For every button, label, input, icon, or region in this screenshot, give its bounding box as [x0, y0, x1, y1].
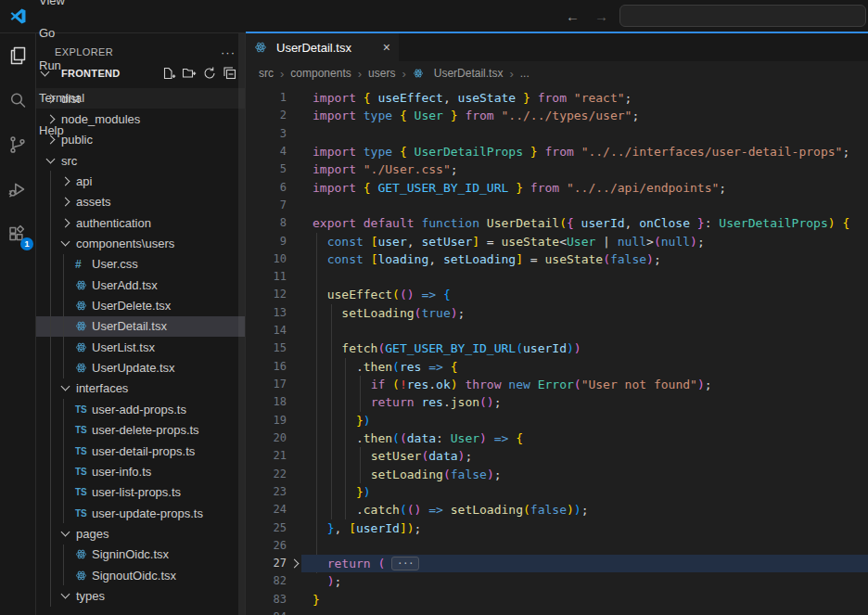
line-number: 1	[246, 89, 287, 107]
tree-folder-api[interactable]: api	[36, 171, 245, 191]
tree-folder-authentication[interactable]: authentication	[36, 212, 245, 233]
tree-item-label: assets	[76, 195, 111, 209]
line-number: 20	[246, 429, 287, 447]
tree-file-signinoidc-tsx[interactable]: SigninOidc.tsx	[36, 545, 245, 565]
code-line-4[interactable]: 4import type { UserDetailProps } from ".…	[246, 143, 868, 160]
menu-terminal[interactable]: Terminal	[31, 82, 96, 114]
tree-folder-components-users[interactable]: components\users	[36, 233, 245, 253]
code-line-13[interactable]: 13 setLoading(true);	[246, 304, 868, 322]
command-center-search[interactable]	[619, 5, 866, 27]
indent-guide	[50, 171, 51, 606]
code-line-2[interactable]: 2import type { User } from "../../types/…	[246, 107, 868, 124]
code-line-8[interactable]: 8export default function UserDetail({ us…	[246, 214, 868, 232]
menu-view[interactable]: View	[31, 0, 96, 17]
menu-go[interactable]: Go	[31, 17, 96, 49]
code-line-23[interactable]: 23 })	[246, 483, 868, 501]
refresh-icon[interactable]	[202, 66, 217, 81]
tree-file-user-delete-props-ts[interactable]: TSuser-delete-props.ts	[36, 420, 245, 441]
breadcrumb-separator: ›	[402, 67, 405, 81]
tree-file-user-css[interactable]: #User.css	[36, 254, 245, 275]
tree-item-label: authentication	[76, 216, 151, 230]
code-line-22[interactable]: 22 setLoading(false);	[246, 466, 868, 483]
code-line-11[interactable]: 11	[246, 268, 868, 286]
tree-folder-src[interactable]: src	[36, 150, 245, 171]
code-line-84[interactable]: 84	[246, 609, 868, 615]
code-line-5[interactable]: 5import "./User.css";	[246, 160, 868, 178]
menu-run[interactable]: Run	[31, 49, 96, 82]
new-file-icon[interactable]	[161, 66, 176, 81]
line-number: 24	[246, 501, 287, 519]
code-line-12[interactable]: 12 useEffect(() => {	[246, 286, 868, 303]
chevron-right-icon	[61, 218, 70, 227]
code-line-17[interactable]: 17 if (!res.ok) throw new Error("User no…	[246, 376, 868, 393]
breadcrumb-users[interactable]: users	[368, 67, 395, 80]
sidebar-scrollbar[interactable]	[238, 33, 245, 615]
tree-file-userdetail-tsx[interactable]: UserDetail.tsx	[36, 316, 245, 337]
file-tree: distnode_modulespublicsrcapiassetsauthen…	[36, 88, 245, 607]
code-line-21[interactable]: 21 setUser(data);	[246, 447, 868, 465]
code-line-14[interactable]: 14	[246, 322, 868, 340]
fold-chevron-icon[interactable]	[289, 559, 299, 569]
line-number: 8	[246, 214, 287, 232]
tree-folder-types[interactable]: types	[36, 585, 245, 606]
menu-help[interactable]: Help	[31, 114, 96, 147]
react-icon	[75, 362, 92, 374]
breadcrumb-src[interactable]: src	[259, 67, 274, 80]
line-number: 84	[246, 609, 287, 615]
code-line-3[interactable]: 3	[246, 125, 868, 143]
history-nav: ← →	[566, 0, 608, 32]
tree-file-user-info-ts[interactable]: TSuser-info.ts	[36, 461, 245, 481]
code-line-20[interactable]: 20 .then((data: User) => {	[246, 429, 868, 447]
tree-file-userlist-tsx[interactable]: UserList.tsx	[36, 337, 245, 357]
breadcrumb-components[interactable]: components	[290, 67, 351, 80]
code-line-15[interactable]: 15 fetch(GET_USER_BY_ID_URL(userId))	[246, 340, 868, 357]
more-actions-icon[interactable]: ···	[221, 45, 236, 59]
code-line-82[interactable]: 82 );	[246, 572, 868, 590]
code-editor[interactable]: 1import { useEffect, useState } from "re…	[246, 85, 868, 615]
code-line-27[interactable]: 27 return (···	[246, 555, 868, 572]
tree-file-user-add-props-ts[interactable]: TSuser-add-props.ts	[36, 399, 245, 419]
code-line-1[interactable]: 1import { useEffect, useState } from "re…	[246, 89, 868, 107]
tree-item-label: user-update-props.ts	[92, 506, 203, 520]
editor-group: UserDetail.tsx × src›components›users›Us…	[246, 33, 868, 615]
tree-file-user-list-props-ts[interactable]: TSuser-list-props.ts	[36, 482, 245, 503]
tree-file-user-update-props-ts[interactable]: TSuser-update-props.ts	[36, 503, 245, 523]
code-line-6[interactable]: 6import { GET_USER_BY_ID_URL } from "../…	[246, 179, 868, 197]
forward-arrow-icon[interactable]: →	[594, 8, 608, 24]
extensions-icon[interactable]: 1	[0, 211, 35, 256]
tab-userdetail[interactable]: UserDetail.tsx ×	[246, 33, 399, 61]
tree-item-label: components\users	[76, 237, 174, 250]
code-line-83[interactable]: 83}	[246, 591, 868, 609]
line-number: 25	[246, 519, 287, 537]
back-arrow-icon[interactable]: ←	[566, 8, 580, 24]
line-number: 17	[246, 376, 287, 393]
breadcrumb--[interactable]: ...	[520, 67, 530, 80]
run-debug-icon[interactable]	[0, 167, 35, 211]
tree-file-userupdate-tsx[interactable]: UserUpdate.tsx	[36, 357, 245, 378]
code-line-26[interactable]: 26	[246, 537, 868, 555]
line-number: 3	[246, 125, 287, 143]
new-folder-icon[interactable]	[182, 66, 197, 81]
tree-folder-interfaces[interactable]: interfaces	[36, 378, 245, 399]
tree-file-userdelete-tsx[interactable]: UserDelete.tsx	[36, 295, 245, 315]
tree-file-user-detail-props-ts[interactable]: TSuser-detail-props.ts	[36, 441, 245, 461]
breadcrumb-userdetail-tsx[interactable]: UserDetail.tsx	[413, 67, 504, 80]
code-line-25[interactable]: 25 }, [userId]);	[246, 519, 868, 537]
tree-folder-pages[interactable]: pages	[36, 523, 245, 544]
indent-guide	[63, 545, 64, 586]
tree-file-signoutoidc-tsx[interactable]: SignoutOidc.tsx	[36, 565, 245, 585]
folded-code-badge[interactable]: ···	[391, 557, 419, 570]
code-line-9[interactable]: 9 const [user, setUser] = useState<User …	[246, 233, 868, 250]
collapse-all-icon[interactable]	[223, 66, 237, 81]
breadcrumb-separator: ›	[280, 67, 284, 81]
code-line-24[interactable]: 24 .catch(() => setLoading(false));	[246, 501, 868, 519]
code-line-10[interactable]: 10 const [loading, setLoading] = useStat…	[246, 250, 868, 268]
code-line-16[interactable]: 16 .then(res => {	[246, 358, 868, 376]
close-icon[interactable]: ×	[383, 41, 390, 54]
code-line-7[interactable]: 7	[246, 197, 868, 214]
code-line-18[interactable]: 18 return res.json();	[246, 393, 868, 411]
tree-folder-assets[interactable]: assets	[36, 192, 245, 212]
line-number: 18	[246, 393, 287, 411]
tree-file-useradd-tsx[interactable]: UserAdd.tsx	[36, 275, 245, 295]
code-line-19[interactable]: 19 })	[246, 412, 868, 429]
